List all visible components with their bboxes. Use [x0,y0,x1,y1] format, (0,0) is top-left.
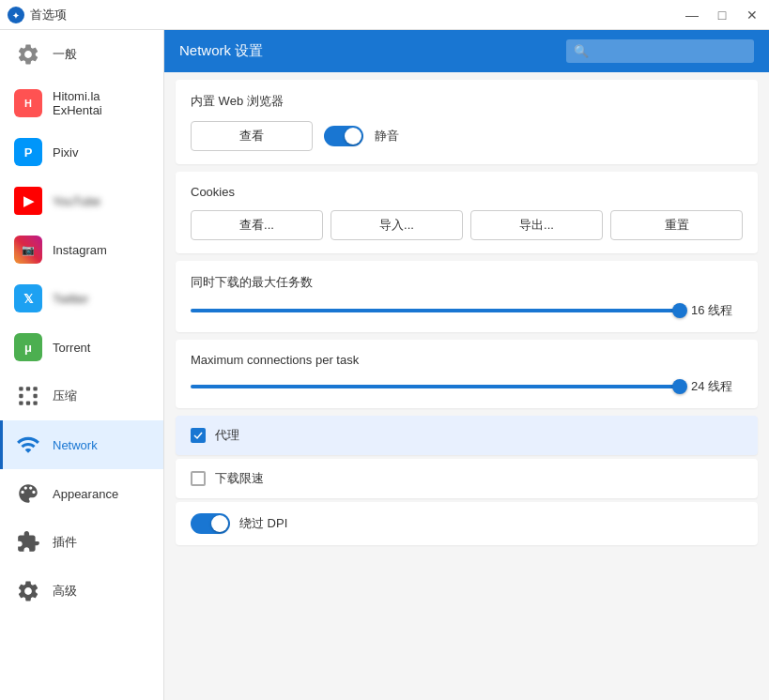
gear-icon [13,39,43,69]
content-title: Network 设置 [179,42,555,60]
sidebar-item-network[interactable]: Network [0,420,163,469]
advanced-icon [13,576,43,606]
active-indicator [0,420,3,469]
app-icon: ✦ [8,7,24,23]
window-controls: — □ ✕ [683,6,761,24]
bypass-dpi-label: 绕过 DPI [239,515,287,532]
download-limit-section: 下载限速 [176,459,758,498]
max-tasks-value: 16 线程 [691,302,743,319]
torrent-icon: μ [13,332,43,362]
browser-row: 查看 静音 [191,121,743,151]
content-area: Network 设置 🔍 内置 Web 浏览器 查看 静音 [164,30,769,700]
max-connections-track[interactable] [191,385,680,388]
search-input[interactable] [566,39,754,63]
sidebar-item-compress[interactable]: 压缩 [0,372,163,420]
cookies-import-button[interactable]: 导入... [331,210,463,240]
max-tasks-fill [191,309,680,312]
close-button[interactable]: ✕ [743,6,761,24]
content-header: Network 设置 🔍 [164,30,769,72]
mute-track [324,126,363,146]
twitter-label: Twitter [53,292,88,306]
sidebar-item-hitomi[interactable]: H Hitomi.laExHentai [0,79,163,128]
max-tasks-thumb[interactable] [672,303,687,318]
svg-rect-4 [33,387,37,390]
svg-rect-7 [19,401,23,404]
search-wrapper: 🔍 [566,39,754,63]
bypass-dpi-toggle[interactable] [191,513,230,534]
sidebar-item-advanced[interactable]: 高级 [0,567,163,616]
hitomi-icon: H [13,88,43,118]
svg-text:✦: ✦ [12,11,20,21]
proxy-section: 代理 [176,416,758,455]
bypass-dpi-track [191,513,230,534]
sidebar: 一般 H Hitomi.laExHentai P Pixiv ▶ YouTube [0,30,164,700]
network-label: Network [53,438,98,452]
appearance-label: Appearance [53,487,118,501]
instagram-icon: 📷 [13,235,43,265]
advanced-label: 高级 [53,583,77,600]
max-connections-thumb[interactable] [672,379,687,394]
max-connections-label: Maximum connections per task [191,353,743,367]
main-layout: 一般 H Hitomi.laExHentai P Pixiv ▶ YouTube [0,30,769,700]
max-connections-slider-row: 24 线程 [191,378,743,395]
svg-rect-3 [26,387,30,390]
app-title: 首选项 [30,7,683,23]
sidebar-item-plugins[interactable]: 插件 [0,518,163,567]
proxy-label: 代理 [215,427,239,444]
max-connections-section: Maximum connections per task 24 线程 [176,340,758,408]
bypass-dpi-section: 绕过 DPI [176,502,758,545]
appearance-icon [13,479,43,509]
sidebar-item-youtube[interactable]: ▶ YouTube [0,176,163,225]
hitomi-label: Hitomi.laExHentai [53,89,102,117]
youtube-label: YouTube [53,194,100,208]
cookies-export-button[interactable]: 导出... [470,210,603,240]
plugins-label: 插件 [53,534,77,551]
browser-label: 内置 Web 浏览器 [191,93,743,110]
sidebar-item-torrent[interactable]: μ Torrent [0,323,163,372]
svg-rect-8 [26,401,30,404]
maximize-button[interactable]: □ [713,6,731,24]
torrent-label: Torrent [53,341,90,355]
compress-label: 压缩 [53,388,77,404]
plugins-icon [13,527,43,557]
content-scroll: 内置 Web 浏览器 查看 静音 Cookies 查看... 导入... [164,72,769,700]
pixiv-label: Pixiv [53,145,78,160]
network-icon [13,430,43,460]
cookies-section: Cookies 查看... 导入... 导出... 重置 [176,172,758,253]
cookies-label: Cookies [191,185,743,199]
sidebar-item-general[interactable]: 一般 [0,30,163,79]
titlebar: ✦ 首选项 — □ ✕ [0,0,769,30]
svg-rect-5 [19,394,23,398]
download-limit-label: 下载限速 [215,470,264,487]
cookies-buttons-row: 查看... 导入... 导出... 重置 [191,210,743,240]
minimize-button[interactable]: — [683,6,701,24]
sidebar-item-appearance[interactable]: Appearance [0,469,163,518]
mute-label: 静音 [375,128,399,145]
sidebar-item-instagram[interactable]: 📷 Instagram [0,225,163,274]
instagram-label: Instagram [53,243,107,257]
general-label: 一般 [53,46,77,63]
twitter-icon: 𝕏 [13,283,43,313]
browser-view-button[interactable]: 查看 [191,121,313,151]
proxy-checkbox[interactable] [191,428,206,443]
sidebar-item-twitter[interactable]: 𝕏 Twitter [0,274,163,323]
max-connections-value: 24 线程 [691,378,743,395]
max-tasks-section: 同时下载的最大任务数 16 线程 [176,261,758,332]
cookies-reset-button[interactable]: 重置 [610,210,743,240]
browser-section: 内置 Web 浏览器 查看 静音 [176,80,758,164]
compress-icon [13,381,43,411]
pixiv-icon: P [13,137,43,167]
svg-rect-6 [33,394,37,398]
max-tasks-label: 同时下载的最大任务数 [191,274,743,291]
max-connections-fill [191,385,680,388]
download-limit-checkbox[interactable] [191,471,206,486]
sidebar-item-pixiv[interactable]: P Pixiv [0,128,163,176]
svg-rect-2 [19,387,23,390]
mute-toggle[interactable] [324,126,363,146]
max-tasks-track[interactable] [191,309,680,312]
bypass-dpi-thumb [211,515,228,532]
youtube-icon: ▶ [13,186,43,216]
svg-rect-9 [33,401,37,404]
cookies-view-button[interactable]: 查看... [191,210,323,240]
max-tasks-slider-row: 16 线程 [191,302,743,319]
